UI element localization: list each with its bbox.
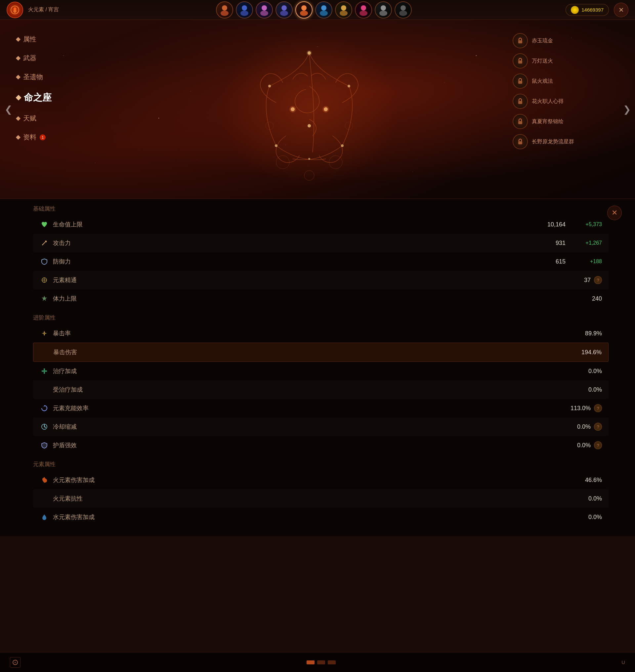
constellation-node-1[interactable]: 万灯送火 xyxy=(512,53,625,68)
hp-label: 生命值上限 xyxy=(53,220,526,228)
svg-point-21 xyxy=(399,10,407,16)
nav-close-button[interactable]: ✕ xyxy=(614,3,628,17)
currency-icon xyxy=(571,6,579,14)
svg-point-47 xyxy=(43,279,45,281)
cd-label: 冷却缩减 xyxy=(53,423,551,431)
stat-row-cd: 冷却缩减 0.0% ? xyxy=(33,417,609,436)
svg-point-1 xyxy=(14,7,16,10)
svg-point-10 xyxy=(301,5,307,10)
svg-point-25 xyxy=(268,85,271,87)
stat-row-pyro-res: 火元素抗性 0.0% xyxy=(33,489,609,508)
svg-point-14 xyxy=(341,5,346,10)
char-avatar-2[interactable] xyxy=(256,1,273,19)
bottom-bar: + U xyxy=(0,652,635,672)
stats-panel: ✕ 基础属性 生命值上限 10,164 +5,373 攻击力 931 +1,26… xyxy=(0,198,635,536)
svg-rect-43 xyxy=(518,101,522,104)
node-lock-icon xyxy=(512,53,528,68)
node-lock-icon xyxy=(512,33,528,48)
def-bonus: +188 xyxy=(569,258,602,265)
stat-row-def: 防御力 615 +188 xyxy=(33,252,609,271)
sidebar-item-mingzhizuo[interactable]: 命之座 xyxy=(13,90,55,106)
char-avatar-6[interactable] xyxy=(335,1,352,19)
svg-point-5 xyxy=(240,10,248,16)
sidebar-item-label: 命之座 xyxy=(24,91,51,104)
svg-point-31 xyxy=(308,124,311,127)
hp-value: 10,164 xyxy=(526,221,566,228)
hydro-dmg-icon xyxy=(40,512,49,522)
shield-value: 0.0% xyxy=(551,442,591,449)
svg-point-26 xyxy=(341,144,344,147)
char-avatar-8[interactable] xyxy=(375,1,392,19)
page-dot-1 xyxy=(307,660,314,665)
constellation-node-2[interactable]: 鼠火戏法 xyxy=(512,74,625,89)
stats-close-button[interactable]: ✕ xyxy=(607,206,622,220)
sidebar-item-tiancai[interactable]: 天赋 xyxy=(13,112,55,124)
node-label-1: 万灯送火 xyxy=(532,58,553,65)
nav-dot xyxy=(16,116,21,121)
char-avatar-1[interactable] xyxy=(236,1,253,19)
shield-icon xyxy=(40,441,49,450)
back-button[interactable]: + xyxy=(10,657,21,668)
advanced-section-header: 进阶属性 xyxy=(33,308,609,324)
hp-icon xyxy=(40,220,49,229)
char-avatar-0[interactable] xyxy=(216,1,233,19)
er-help-button[interactable]: ? xyxy=(594,404,602,412)
atk-icon xyxy=(40,238,49,248)
svg-point-27 xyxy=(275,144,278,147)
sidebar-item-wuqi[interactable]: 武器 xyxy=(13,52,55,64)
nav-dot xyxy=(16,95,22,101)
healing-label: 治疗加成 xyxy=(53,367,562,375)
constellation-svg xyxy=(116,20,503,198)
char-avatar-5[interactable] xyxy=(315,1,332,19)
constellation-node-5[interactable]: 长野原龙势流星群 xyxy=(512,134,625,149)
char-avatar-7[interactable] xyxy=(355,1,372,19)
nav-dot xyxy=(16,56,21,60)
hydro-dmg-value: 0.0% xyxy=(562,514,602,521)
crit-rate-value: 89.9% xyxy=(562,330,602,337)
stat-row-er: 元素充能效率 113.0% ? xyxy=(33,399,609,417)
char-avatar-9[interactable] xyxy=(395,1,412,19)
svg-point-12 xyxy=(321,5,326,10)
node-lock-icon xyxy=(512,74,528,89)
svg-point-11 xyxy=(300,10,308,16)
constellation-node-0[interactable]: 赤玉琉金 xyxy=(512,33,625,48)
er-label: 元素充能效率 xyxy=(53,404,551,412)
crit-dmg-label: 暴击伤害 xyxy=(53,348,562,356)
sidebar-item-shuxing[interactable]: 属性 xyxy=(13,33,55,45)
cd-help-button[interactable]: ? xyxy=(594,423,602,431)
top-nav: 火元素 / 宵宫 146 xyxy=(0,0,635,20)
svg-point-4 xyxy=(242,5,247,10)
sidebar-item-label: 圣遗物 xyxy=(23,72,43,81)
shield-help-button[interactable]: ? xyxy=(594,441,602,449)
stats-scroll-area[interactable]: 基础属性 生命值上限 10,164 +5,373 攻击力 931 +1,267 … xyxy=(33,199,615,526)
crit-rate-icon xyxy=(40,329,49,338)
node-lock-icon xyxy=(512,94,528,109)
pyro-dmg-label: 火元素伤害加成 xyxy=(53,476,562,484)
next-arrow[interactable]: ❯ xyxy=(620,103,633,116)
sidebar-item-ziliao[interactable]: 资料 1 xyxy=(13,131,55,143)
shield-label: 护盾强效 xyxy=(53,441,551,449)
constellation-node-4[interactable]: 真夏宵祭锦绘 xyxy=(512,114,625,129)
em-help-button[interactable]: ? xyxy=(594,276,602,284)
prev-arrow[interactable]: ❮ xyxy=(2,103,15,116)
stat-row-em: 元素精通 37 ? xyxy=(33,271,609,289)
stat-row-hydro-dmg: 水元素伤害加成 0.0% xyxy=(33,508,609,526)
char-avatar-4[interactable] xyxy=(295,1,312,19)
svg-point-19 xyxy=(379,10,387,16)
svg-rect-40 xyxy=(518,40,522,43)
hp-bonus: +5,373 xyxy=(569,222,602,227)
constellation-node-3[interactable]: 花火职人心得 xyxy=(512,94,625,109)
constellation-nodes: 赤玉琉金 万灯送火 鼠火戏法 花火职人心得 真夏宵祭锦绘 xyxy=(512,33,625,149)
char-avatar-3[interactable] xyxy=(276,1,293,19)
pyro-res-label: 火元素抗性 xyxy=(53,495,562,503)
sidebar-item-shengyiwu[interactable]: 圣遗物 xyxy=(13,71,55,83)
nav-dot xyxy=(16,135,21,139)
svg-point-33 xyxy=(323,106,329,112)
svg-text:+: + xyxy=(14,661,16,665)
incoming-healing-value: 0.0% xyxy=(562,386,602,393)
stat-row-shield: 护盾强效 0.0% ? xyxy=(33,436,609,455)
crit-dmg-icon xyxy=(40,348,49,357)
stat-row-atk: 攻击力 931 +1,267 xyxy=(33,234,609,252)
character-list xyxy=(69,1,559,19)
incoming-healing-icon xyxy=(40,385,49,394)
